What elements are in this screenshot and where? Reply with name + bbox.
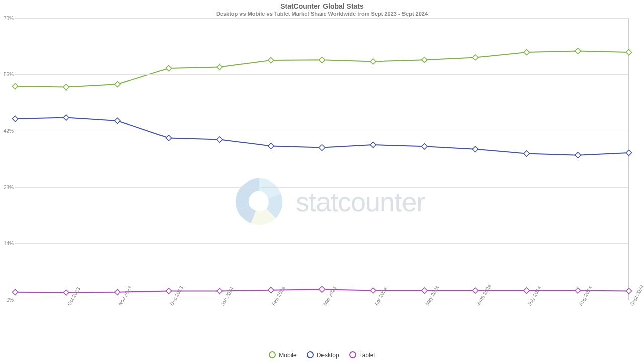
data-point xyxy=(115,289,120,295)
data-point xyxy=(217,288,222,294)
data-point xyxy=(626,150,631,155)
data-point xyxy=(12,289,18,295)
data-point xyxy=(626,288,631,294)
y-tick-label: 14% xyxy=(4,241,14,246)
y-tick-label: 28% xyxy=(4,185,14,190)
legend: MobileDesktopTablet xyxy=(0,351,644,359)
data-point xyxy=(115,118,120,123)
legend-item-desktop[interactable]: Desktop xyxy=(307,351,339,359)
y-tick-label: 56% xyxy=(4,72,14,77)
legend-label: Tablet xyxy=(359,352,375,359)
legend-marker-icon xyxy=(348,350,358,360)
data-point xyxy=(575,288,581,293)
data-point xyxy=(12,83,18,89)
data-point xyxy=(63,84,69,90)
legend-label: Mobile xyxy=(279,352,296,359)
y-tick-label: 70% xyxy=(4,16,14,21)
data-point xyxy=(422,57,427,63)
gridline xyxy=(15,187,629,188)
legend-item-tablet[interactable]: Tablet xyxy=(349,351,375,359)
data-point xyxy=(422,288,427,293)
data-point xyxy=(472,146,478,152)
data-point xyxy=(217,64,222,70)
data-point xyxy=(524,288,529,293)
data-point xyxy=(268,287,274,293)
data-point xyxy=(626,49,631,55)
data-point xyxy=(472,288,478,293)
plot-area: statcounter 0%14%28%42%56%70%Oct 2023Nov… xyxy=(15,18,629,300)
legend-label: Desktop xyxy=(317,352,339,359)
data-point xyxy=(166,65,171,71)
chart-subtitle: Desktop vs Mobile vs Tablet Market Share… xyxy=(0,11,644,17)
legend-item-mobile[interactable]: Mobile xyxy=(269,351,296,359)
y-tick-label: 42% xyxy=(4,128,14,134)
data-point xyxy=(524,49,529,55)
data-point xyxy=(319,57,325,63)
series-line-mobile xyxy=(15,51,629,87)
legend-marker-icon xyxy=(267,350,277,360)
data-point xyxy=(166,288,171,294)
gridline xyxy=(15,131,629,131)
data-point xyxy=(319,145,325,150)
gridline xyxy=(15,243,629,244)
data-point xyxy=(12,116,18,121)
data-point xyxy=(422,144,427,149)
legend-marker-icon xyxy=(305,350,315,360)
data-point xyxy=(115,81,120,87)
line-plot-svg xyxy=(15,18,629,300)
data-point xyxy=(63,290,69,295)
data-point xyxy=(575,48,581,54)
data-point xyxy=(370,59,376,64)
data-point xyxy=(217,137,222,142)
data-point xyxy=(524,151,529,156)
data-point xyxy=(472,55,478,60)
y-tick-label: 0% xyxy=(7,297,14,303)
data-point xyxy=(575,152,581,158)
gridline xyxy=(15,74,629,75)
gridline xyxy=(15,18,629,19)
data-point xyxy=(370,142,376,147)
data-point xyxy=(319,287,325,292)
gridline xyxy=(15,300,629,300)
data-point xyxy=(268,143,274,149)
chart-area: statcounter 0%14%28%42%56%70%Oct 2023Nov… xyxy=(15,18,629,300)
data-point xyxy=(268,57,274,63)
chart-title: StatCounter Global Stats xyxy=(0,2,644,10)
x-tick-label: Sept 2024 xyxy=(629,284,644,307)
data-point xyxy=(63,115,69,120)
data-point xyxy=(166,135,171,141)
data-point xyxy=(370,288,376,293)
